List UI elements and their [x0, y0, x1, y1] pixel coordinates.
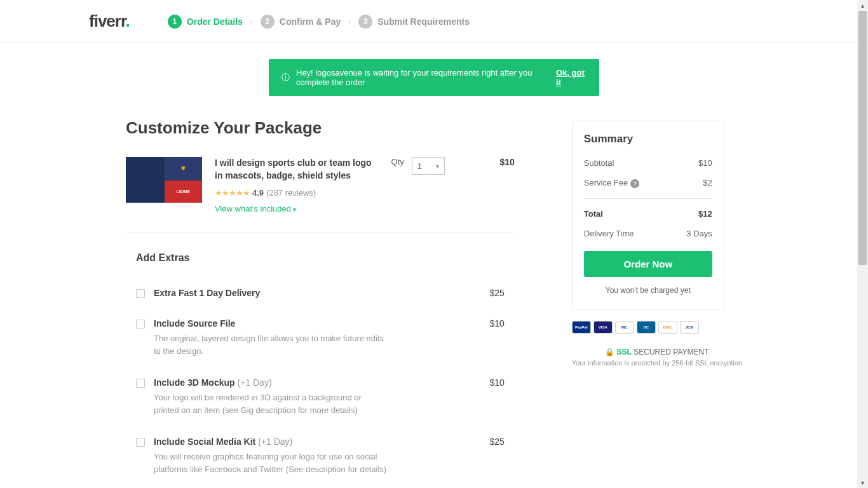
chevron-right-icon: ›: [348, 17, 351, 26]
gig-row: LIONS🦁 🦁 LIONS I will design sports club…: [126, 157, 515, 233]
extra-desc: Your logo will be rendered in 3D against…: [154, 391, 389, 416]
subtotal-label: Subtotal: [584, 158, 614, 168]
mastercard-icon: MC: [615, 321, 634, 334]
checkout-steps: 1 Order Details › 2 Confirm & Pay › 3 Su…: [168, 15, 470, 29]
no-charge-note: You won't be charged yet: [584, 286, 712, 295]
logo-text: fiverr: [89, 11, 126, 30]
summary-delivery-row: Delivery Time 3 Days: [584, 229, 712, 238]
secure-subtext: Your information is protected by 256-bit…: [572, 359, 742, 367]
jcb-icon: JCB: [680, 321, 699, 334]
thumb-alt-2: LIONS: [165, 180, 203, 203]
scrollbar-thumb[interactable]: [858, 11, 867, 265]
secure-text: SECURED PAYMENT: [634, 348, 709, 356]
summary-subtotal-row: Subtotal $10: [584, 158, 712, 168]
checkbox-3d-mockup[interactable]: [136, 379, 145, 388]
qty-select[interactable]: 1: [412, 157, 445, 175]
qty-label: Qty: [391, 157, 404, 166]
rating-value: 4.9: [252, 188, 264, 198]
chevron-right-icon: ›: [250, 17, 253, 26]
notification-banner: ⓘ Hey! logosavenue is waiting for your r…: [269, 59, 599, 96]
extra-source-file: Include Source File The original, layere…: [126, 308, 515, 367]
gig-price: $10: [489, 157, 515, 214]
gig-rating: ★★★★★ 4.9 (287 reviews): [215, 188, 379, 198]
visa-icon: VISA: [593, 321, 613, 334]
paypal-icon: PayPal: [572, 321, 591, 334]
scroll-up-arrow[interactable]: ▴: [857, 0, 868, 11]
diners-icon: DC: [637, 321, 656, 334]
extra-price: $25: [489, 437, 504, 447]
step-submit-requirements: 3 Submit Requirements: [358, 15, 470, 29]
gig-thumbnail[interactable]: LIONS🦁 🦁 LIONS: [126, 157, 202, 203]
fee-value: $2: [703, 178, 712, 188]
fee-label: Service Fee?: [584, 178, 639, 188]
step-label-1: Order Details: [187, 17, 243, 27]
info-icon: ⓘ: [281, 72, 290, 83]
extra-label: Include Source File: [154, 318, 235, 329]
summary-total-row: Total $12: [584, 198, 712, 219]
order-now-button[interactable]: Order Now: [584, 251, 712, 277]
step-label-2: Confirm & Pay: [280, 17, 341, 27]
total-value: $12: [698, 209, 712, 219]
ssl-label: SSL: [617, 348, 632, 356]
step-order-details[interactable]: 1 Order Details: [168, 15, 243, 29]
checkbox-fast-delivery[interactable]: [136, 289, 145, 298]
step-badge-3: 3: [358, 15, 372, 29]
lock-icon: 🔒: [605, 348, 614, 356]
subtotal-value: $10: [698, 158, 712, 168]
summary-fee-row: Service Fee? $2: [584, 178, 712, 188]
extra-social-media-kit: Include Social Media Kit (+1 Day) You wi…: [126, 426, 515, 485]
thumb-alt-1: 🦁: [165, 157, 203, 180]
step-badge-2: 2: [261, 15, 275, 29]
extra-fast-delivery: Extra Fast 1 Day Delivery $25: [126, 278, 515, 308]
secure-payment-label: 🔒 SSL SECURED PAYMENT: [572, 348, 742, 356]
delivery-label: Delivery Time: [584, 229, 634, 238]
total-label: Total: [584, 209, 603, 219]
gig-title[interactable]: I will design sports club or team logo i…: [215, 157, 379, 182]
vertical-scrollbar[interactable]: ▴ ▾: [857, 0, 868, 488]
extra-price: $10: [489, 377, 504, 388]
extra-desc: You will receive graphics featuring your…: [154, 451, 389, 475]
extra-label: Include Social Media Kit: [154, 437, 255, 447]
step-label-3: Submit Requirements: [377, 17, 470, 27]
help-icon[interactable]: ?: [630, 179, 639, 188]
qty-value: 1: [417, 161, 422, 171]
checkbox-social-media[interactable]: [136, 438, 145, 447]
banner-dismiss-link[interactable]: Ok, got it: [556, 68, 587, 87]
extra-vector-file: Vector File (+1 Day) A vector-based imag…: [126, 485, 515, 488]
star-icons: ★★★★★: [215, 188, 250, 198]
order-summary: Summary Subtotal $10 Service Fee? $2 Tot…: [572, 121, 724, 309]
thumb-main: LIONS🦁: [126, 157, 164, 203]
extra-3d-mockup: Include 3D Mockup (+1 Day) Your logo wil…: [126, 367, 515, 426]
view-included-link[interactable]: View what's included: [215, 204, 379, 214]
page-title: Customize Your Package: [126, 118, 515, 138]
payment-methods: PayPal VISA MC DC DISC JCB: [572, 321, 742, 334]
fiverr-logo[interactable]: fiverr.: [89, 11, 130, 31]
header: fiverr. 1 Order Details › 2 Confirm & Pa…: [0, 0, 868, 43]
review-count: (287 reviews): [266, 188, 316, 198]
banner-text: Hey! logosavenue is waiting for your req…: [296, 68, 556, 87]
extra-label: Extra Fast 1 Day Delivery: [154, 288, 260, 298]
checkbox-source-file[interactable]: [136, 320, 145, 329]
summary-title: Summary: [584, 133, 712, 146]
extra-desc: The original, layered design file allows…: [154, 332, 389, 357]
logo-dot: .: [126, 11, 130, 30]
step-confirm-pay: 2 Confirm & Pay: [261, 15, 341, 29]
extra-days: (+1 Day): [258, 437, 292, 447]
delivery-value: 3 Days: [686, 229, 712, 238]
extras-title: Add Extras: [136, 252, 515, 264]
step-badge-1: 1: [168, 15, 182, 29]
scroll-down-arrow[interactable]: ▾: [857, 477, 868, 488]
extra-label: Include 3D Mockup: [154, 377, 235, 388]
discover-icon: DISC: [658, 321, 677, 334]
extra-price: $25: [489, 288, 504, 298]
extra-days: (+1 Day): [237, 377, 271, 388]
extra-price: $10: [489, 318, 504, 329]
